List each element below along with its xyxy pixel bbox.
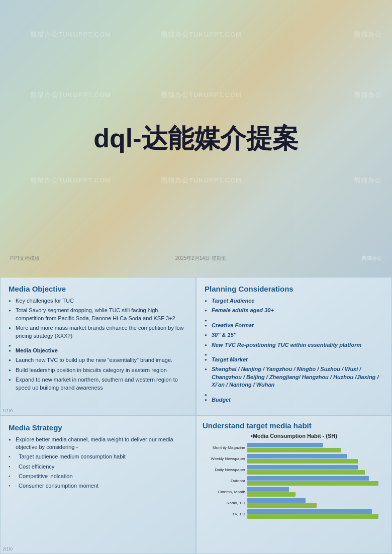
bar-green-2	[247, 470, 365, 475]
footer-template-label: PPT文档模板	[10, 255, 40, 262]
watermark-2: 熊猫办公TUKUPPT.COM	[161, 30, 242, 39]
q2-spacer3	[205, 391, 383, 394]
q3-slide-num: 2/1/0	[3, 546, 13, 551]
content-slide: Media Objective Key challenges for TUC T…	[0, 277, 392, 554]
q2-item-female: Female adults aged 30+	[205, 307, 383, 314]
q2-item-target-market: Target Market	[205, 356, 383, 363]
bar-group-3	[247, 476, 385, 486]
chart-label-2: Daily Newspaper	[203, 468, 245, 472]
footer-date: 2025年2月14日 星期五	[175, 255, 227, 262]
q2-item-cities: Shanghai / Nanjing / Yangzhou / Ningbo /…	[205, 365, 383, 389]
q3-item-1: Explore better media channel, media weig…	[9, 436, 187, 451]
chart-label-1: Weekly Newspaper	[203, 456, 245, 461]
bar-green-6	[247, 514, 378, 519]
chart-label-5: Radio, T.D	[203, 501, 245, 505]
bar-group-6	[247, 509, 385, 519]
q2-item-newtvc: New TVC Re-positioning TUC within essent…	[205, 341, 383, 349]
watermark-5: 熊猫办公TUKUPPT.COM	[161, 90, 242, 100]
bar-green-0	[247, 448, 341, 452]
bar-blue-6	[247, 509, 372, 514]
q1-item-6: Launch new TVC to build up the new "esse…	[9, 356, 187, 364]
bar-green-3	[247, 481, 378, 486]
q3-item-5: Consumer consumption moment	[9, 482, 187, 490]
q3-item-2: Target audience medium consumption habit	[9, 453, 187, 460]
quadrant-media-strategy: Media Strategy Explore better media chan…	[0, 416, 196, 555]
bar-green-1	[247, 459, 358, 464]
chart-subtitle: •Media Consumption Habit - (SH)	[203, 433, 385, 439]
q1-item-1: Key challenges for TUC	[9, 297, 187, 305]
bar-blue-5	[247, 498, 306, 503]
q3-title: Media Strategy	[9, 423, 187, 432]
chart-row-4: Cinema, Month	[203, 487, 385, 497]
bar-group-5	[247, 498, 385, 508]
q3-item-4: Competitive indication	[9, 473, 187, 480]
chart-row-6: TV, T.D	[203, 509, 385, 519]
q1-item-3: More and more mass market brands enhance…	[9, 324, 187, 340]
chart-label-4: Cinema, Month	[203, 490, 245, 494]
watermark-7: 熊猫办公TUKUPPT.COM	[30, 176, 111, 185]
q1-item-2: Total Savory segment dropping, while TUC…	[9, 307, 187, 322]
chart-label-6: TV, T.D	[203, 512, 245, 516]
chart-label-3: Outdoor	[203, 479, 245, 483]
bar-group-4	[247, 487, 385, 497]
chart-row-2: Daily Newspaper	[203, 465, 385, 475]
watermark-4: 熊猫办公TUKUPPT.COM	[30, 90, 111, 100]
bar-blue-4	[247, 487, 289, 492]
watermark-3: 熊猫办公	[354, 30, 382, 39]
q2-spacer2	[205, 351, 383, 354]
bar-group-2	[247, 465, 385, 475]
bar-blue-0	[247, 443, 323, 447]
chart-row-1: Weekly Newspaper	[203, 454, 385, 464]
title-slide: 熊猫办公TUKUPPT.COM 熊猫办公TUKUPPT.COM 熊猫办公 熊猫办…	[0, 0, 392, 277]
q3-item-3: Cost efficiency	[9, 463, 187, 471]
chart-row-5: Radio, T.D	[203, 498, 385, 508]
slide-title-text: dql-达能媒介提案	[93, 121, 298, 156]
q1-slide-num: 1/1/0	[3, 408, 13, 413]
q2-list: Target Audience Female adults aged 30+ C…	[205, 297, 383, 404]
watermark-6: 熊猫办公	[354, 90, 382, 100]
slide-footer: PPT文档模板 2025年2月14日 星期五 熊猫办公	[0, 255, 392, 262]
watermark-1: 熊猫办公TUKUPPT.COM	[30, 30, 111, 39]
footer-logo: 熊猫办公	[362, 255, 382, 262]
watermark-8: 熊猫办公TUKUPPT.COM	[161, 176, 242, 185]
bar-blue-1	[247, 454, 347, 458]
q2-spacer1	[205, 317, 383, 320]
quadrant-planning: Planning Considerations Target Audience …	[196, 277, 392, 416]
q1-spacer	[9, 342, 187, 345]
q2-title: Planning Considerations	[205, 285, 383, 293]
q2-item-target-audience: Target Audience	[205, 297, 383, 305]
q2-item-creative-format: Creative Format	[205, 322, 383, 329]
quadrant-media-habit: Understand target media habit •Media Con…	[196, 416, 392, 555]
bar-group-1	[247, 454, 385, 464]
q1-title: Media Objective	[9, 285, 187, 293]
chart-area: Monthly MagazineWeekly NewspaperDaily Ne…	[203, 443, 385, 519]
q3-list: Explore better media channel, media weig…	[9, 436, 187, 490]
chart-row-0: Monthly Magazine	[203, 443, 385, 452]
q1-item-5: Media Objective	[9, 347, 187, 354]
bar-green-5	[247, 503, 317, 508]
q1-item-7: Build leadership position in biscuits ca…	[9, 366, 187, 374]
q4-title: Understand target media habit	[203, 421, 385, 430]
q2-item-budget: Budget	[205, 396, 383, 404]
q1-list: Key challenges for TUC Total Savory segm…	[9, 297, 187, 392]
bar-blue-3	[247, 476, 369, 481]
bar-green-4	[247, 492, 296, 497]
chart-row-3: Outdoor	[203, 476, 385, 486]
chart-label-0: Monthly Magazine	[203, 445, 245, 450]
quadrant-media-objective: Media Objective Key challenges for TUC T…	[0, 277, 196, 416]
watermark-9: 熊猫办公	[354, 176, 382, 185]
bar-blue-2	[247, 465, 358, 470]
bar-group-0	[247, 443, 385, 452]
q2-item-30: 30″ & 15″	[205, 331, 383, 339]
q1-item-8: Expand to new market in northern, southe…	[9, 376, 187, 392]
